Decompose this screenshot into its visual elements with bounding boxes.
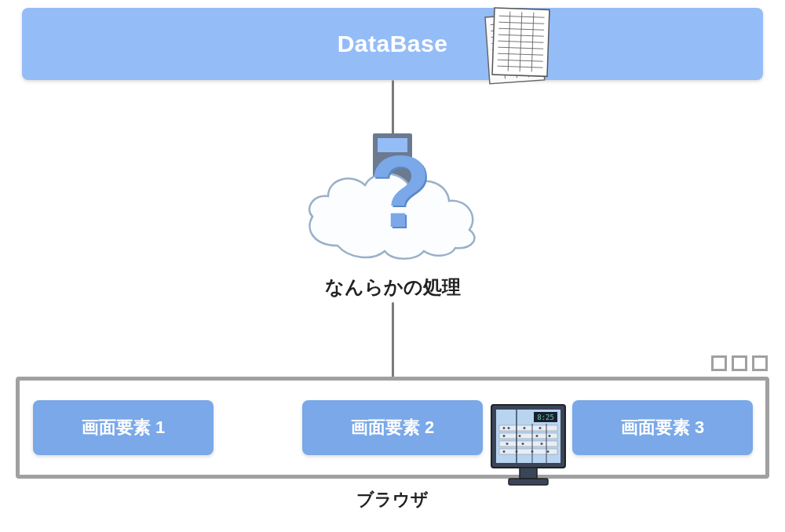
svg-point-41 bbox=[506, 443, 509, 445]
svg-rect-52 bbox=[509, 479, 548, 485]
window-control-box bbox=[752, 355, 768, 371]
svg-point-40 bbox=[549, 435, 551, 437]
processing-cloud: ? bbox=[298, 126, 487, 282]
connector-line-bottom bbox=[392, 302, 394, 381]
svg-point-37 bbox=[503, 435, 506, 437]
svg-point-42 bbox=[522, 443, 524, 445]
window-control-box bbox=[732, 355, 747, 371]
svg-point-34 bbox=[508, 427, 510, 429]
screen-element-1: 画面要素 1 bbox=[33, 400, 214, 455]
database-title: DataBase bbox=[338, 31, 448, 57]
svg-point-33 bbox=[503, 427, 506, 429]
svg-rect-51 bbox=[520, 468, 537, 479]
processing-label: なんらかの処理 bbox=[0, 275, 785, 300]
screen-element-3-label: 画面要素 3 bbox=[621, 416, 704, 439]
monitor-time: 8:25 bbox=[537, 414, 554, 421]
screen-element-2-label: 画面要素 2 bbox=[351, 416, 434, 439]
screen-element-3: 画面要素 3 bbox=[572, 400, 753, 455]
database-box: DataBase bbox=[22, 8, 763, 80]
svg-point-44 bbox=[503, 450, 506, 453]
svg-point-36 bbox=[539, 427, 542, 429]
window-controls bbox=[711, 355, 768, 371]
question-mark-icon: ? bbox=[369, 126, 431, 258]
monitor-icon: 8:25 bbox=[485, 400, 571, 494]
browser-label: ブラウザ bbox=[0, 488, 785, 512]
screen-element-2: 画面要素 2 bbox=[302, 400, 483, 455]
svg-point-43 bbox=[541, 443, 543, 445]
window-control-box bbox=[711, 355, 727, 371]
svg-point-35 bbox=[524, 427, 526, 429]
spreadsheet-papers-icon bbox=[471, 0, 557, 90]
svg-point-39 bbox=[536, 435, 539, 437]
svg-point-47 bbox=[547, 450, 550, 453]
svg-point-38 bbox=[519, 435, 521, 437]
screen-element-1-label: 画面要素 1 bbox=[82, 416, 165, 439]
